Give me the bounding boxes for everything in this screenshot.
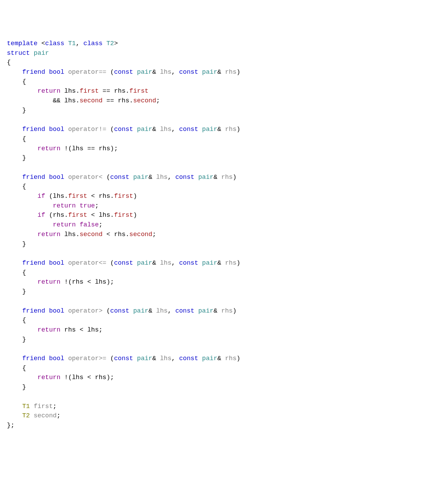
- token: lhs: [99, 212, 110, 219]
- token: first: [68, 212, 88, 219]
- token: ;: [99, 221, 102, 228]
- token: template: [7, 40, 38, 47]
- token: rhs: [53, 212, 64, 219]
- token: [133, 355, 137, 362]
- token: pair: [133, 174, 148, 181]
- token: const: [179, 126, 198, 133]
- token: &: [217, 69, 225, 76]
- token: ;: [152, 231, 156, 238]
- token: [76, 221, 80, 228]
- token: pair: [202, 260, 217, 267]
- token: return: [38, 326, 61, 334]
- token: ): [236, 260, 240, 267]
- token: [64, 126, 68, 133]
- token: pair: [137, 260, 152, 267]
- token: friend: [22, 174, 45, 181]
- token: [60, 88, 64, 95]
- token: ;: [53, 403, 57, 410]
- token: const: [114, 69, 133, 76]
- token: second: [133, 97, 156, 104]
- token: pair: [202, 69, 217, 76]
- token: [129, 174, 133, 181]
- token: }: [22, 336, 26, 343]
- token: return: [38, 278, 61, 286]
- token: <: [83, 278, 95, 286]
- token: if: [38, 193, 45, 200]
- token: bool: [49, 174, 64, 181]
- token: const: [110, 307, 130, 315]
- token: {: [22, 183, 26, 190]
- token: class: [45, 40, 64, 47]
- token: .: [125, 231, 129, 238]
- token: const: [114, 355, 133, 362]
- token: bool: [49, 126, 64, 133]
- token: ): [233, 174, 236, 181]
- token: lhs: [64, 88, 76, 95]
- token: if: [38, 212, 45, 219]
- token: lhs: [53, 193, 64, 200]
- token: pair: [202, 355, 217, 362]
- token: {: [22, 78, 26, 85]
- token: );: [110, 145, 118, 152]
- token: operator<=: [68, 260, 106, 267]
- token: [45, 69, 49, 76]
- token: rhs: [225, 126, 236, 133]
- token: ,: [172, 69, 179, 76]
- token: pair: [202, 126, 217, 133]
- token: lhs: [95, 278, 106, 286]
- token: bool: [49, 355, 64, 362]
- token: rhs: [225, 260, 236, 267]
- token: (: [106, 69, 114, 76]
- token: [64, 355, 68, 362]
- token: class: [83, 40, 103, 47]
- token: lhs: [160, 126, 171, 133]
- token: bool: [49, 307, 64, 315]
- token: operator!=: [68, 126, 106, 133]
- token: ==: [83, 145, 99, 152]
- token: lhs: [72, 374, 83, 381]
- token: &: [149, 174, 156, 181]
- token: [30, 412, 34, 419]
- token: T2: [106, 40, 114, 47]
- token: {: [7, 59, 11, 66]
- token: ;: [57, 412, 60, 419]
- token: [64, 40, 68, 47]
- token: ==: [99, 88, 114, 95]
- token: (: [106, 260, 114, 267]
- token: return: [38, 145, 61, 152]
- token: }: [22, 107, 26, 114]
- token: .: [64, 193, 68, 200]
- token: first: [114, 193, 133, 200]
- token: operator<: [68, 174, 103, 181]
- token: }: [22, 288, 26, 295]
- token: (: [106, 355, 114, 362]
- token: .: [129, 97, 133, 104]
- token: (: [103, 174, 110, 181]
- token: return: [38, 88, 61, 95]
- token: {: [22, 317, 26, 324]
- token: ,: [167, 307, 175, 315]
- token: ,: [167, 174, 175, 181]
- token: lhs: [160, 69, 171, 76]
- token: ,: [172, 355, 179, 362]
- token: lhs: [72, 145, 83, 152]
- token: &: [217, 126, 225, 133]
- token: const: [114, 260, 133, 267]
- token: (: [106, 126, 114, 133]
- token: T1: [22, 403, 30, 410]
- token: rhs: [95, 374, 106, 381]
- token: pair: [34, 50, 49, 57]
- token: &: [214, 174, 221, 181]
- token: rhs: [99, 193, 110, 200]
- token: lhs: [64, 97, 76, 104]
- token: friend: [22, 307, 45, 315]
- token: const: [110, 174, 130, 181]
- token: &: [152, 69, 160, 76]
- token: .: [110, 212, 114, 219]
- token: [64, 174, 68, 181]
- token: lhs: [87, 326, 99, 334]
- token: first: [80, 88, 99, 95]
- token: rhs: [225, 69, 236, 76]
- token: [45, 307, 49, 315]
- token: first: [34, 403, 53, 410]
